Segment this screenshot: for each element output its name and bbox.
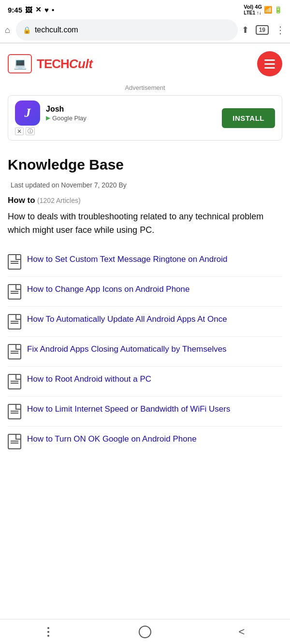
logo-tech: TECHCult (37, 57, 92, 71)
category-line: How to (1202 Articles) (8, 196, 282, 205)
ad-app-info: Josh ▶ Google Play (46, 105, 87, 122)
meta-info: Last updated on November 7, 2020 By (8, 181, 282, 189)
doc-icon (8, 284, 21, 300)
menu-line-1 (264, 59, 275, 61)
menu-line-3 (264, 67, 275, 69)
articles-list: How to Set Custom Text Message Ringtone … (8, 247, 282, 456)
doc-icon (8, 434, 21, 449)
advertisement-section: Advertisement J Josh ▶ Google Play (0, 80, 290, 148)
battery-icon: 🔋 (274, 6, 282, 14)
laptop-icon: 💻 (14, 57, 27, 70)
share-icon[interactable]: ⬆ (242, 25, 249, 35)
doc-icon (8, 404, 21, 419)
network-label: Vol) 4GLTE1 ↑↓ (244, 4, 262, 15)
status-bar: 9:45 🖼 ✕ ♥ • Vol) 4GLTE1 ↑↓ 📶 🔋 (0, 0, 290, 17)
category-count: (1202 Articles) (37, 197, 80, 204)
home-circle-icon (139, 626, 151, 638)
store-name: Google Play (52, 114, 87, 122)
article-title[interactable]: How To Automatically Update All Android … (27, 314, 227, 326)
ad-store: ▶ Google Play (46, 114, 87, 122)
browser-address-bar[interactable]: 🔒 techcult.com (16, 19, 238, 41)
lock-icon: 🔒 (23, 26, 31, 34)
site-header: 💻 TECHCult (0, 43, 290, 80)
status-right: Vol) 4GLTE1 ↑↓ 📶 🔋 (244, 4, 282, 15)
nav-back-button[interactable] (29, 619, 68, 644)
ad-close-x[interactable]: ✕ (15, 128, 24, 135)
home-icon[interactable]: ⌂ (5, 25, 10, 35)
menu-line-2 (264, 63, 275, 65)
logo-area: 💻 TECHCult (8, 54, 92, 73)
doc-icon (8, 254, 21, 270)
browser-actions: ⬆ 19 ⋮ (242, 24, 285, 36)
list-item[interactable]: How to Root Android without a PC (8, 367, 282, 397)
dot-icon: • (52, 6, 54, 14)
list-item[interactable]: How to Set Custom Text Message Ringtone … (8, 247, 282, 277)
content-spacer (0, 456, 290, 490)
page-content: Knowledge Base Last updated on November … (0, 148, 290, 456)
signal-bars-icon: 📶 (264, 6, 272, 14)
menu-button[interactable] (257, 51, 282, 76)
ad-info-icon[interactable]: ⓘ (26, 127, 35, 135)
ad-label: Advertisement (8, 84, 282, 91)
article-title[interactable]: How to Set Custom Text Message Ringtone … (27, 254, 228, 266)
list-item[interactable]: How to Change App Icons on Android Phone (8, 277, 282, 307)
logo-text-area: TECHCult (37, 57, 92, 72)
doc-icon (8, 374, 21, 389)
ad-left: J Josh ▶ Google Play (15, 100, 87, 126)
main-content: 💻 TECHCult Advertisement J Josh (0, 43, 290, 456)
tab-count[interactable]: 19 (256, 25, 269, 35)
play-icon: ▶ (46, 114, 50, 121)
heart-icon: ♥ (44, 6, 49, 14)
close-icon: ✕ (35, 5, 42, 14)
bottom-nav: < (0, 619, 290, 644)
install-button[interactable]: INSTALL (222, 108, 275, 128)
status-left: 9:45 🖼 ✕ ♥ • (8, 5, 54, 14)
more-icon[interactable]: ⋮ (276, 24, 285, 36)
ad-close-row: ✕ ⓘ (15, 127, 87, 135)
chevron-left-icon: < (239, 626, 245, 638)
time-display: 9:45 (8, 6, 22, 14)
category-description: How to deals with troubleshooting relate… (8, 210, 282, 237)
ad-app-icon: J (15, 100, 40, 126)
article-title[interactable]: How to Root Android without a PC (27, 373, 151, 386)
list-item[interactable]: How to Limit Internet Speed or Bandwidth… (8, 397, 282, 427)
article-title[interactable]: How to Change App Icons on Android Phone (27, 284, 189, 296)
ad-app-name: Josh (46, 105, 87, 114)
doc-icon (8, 314, 21, 329)
logo-icon-box: 💻 (8, 54, 32, 73)
url-text: techcult.com (35, 26, 231, 34)
nav-forward-button[interactable]: < (222, 619, 261, 644)
article-title[interactable]: Fix Android Apps Closing Automatically b… (27, 343, 227, 356)
list-item[interactable]: Fix Android Apps Closing Automatically b… (8, 337, 282, 367)
article-title[interactable]: How to Turn ON OK Google on Android Phon… (27, 433, 197, 445)
page-title: Knowledge Base (8, 156, 282, 173)
doc-icon (8, 344, 21, 359)
list-item[interactable]: How To Automatically Update All Android … (8, 307, 282, 337)
ad-banner: J Josh ▶ Google Play ✕ ⓘ INSTALL (8, 95, 282, 141)
nav-home-button[interactable] (126, 619, 164, 644)
article-title[interactable]: How to Limit Internet Speed or Bandwidth… (27, 403, 230, 415)
list-item[interactable]: How to Turn ON OK Google on Android Phon… (8, 427, 282, 456)
hamburger-icon (47, 627, 49, 637)
photo-icon: 🖼 (25, 6, 32, 14)
category-label: How to (8, 196, 35, 205)
